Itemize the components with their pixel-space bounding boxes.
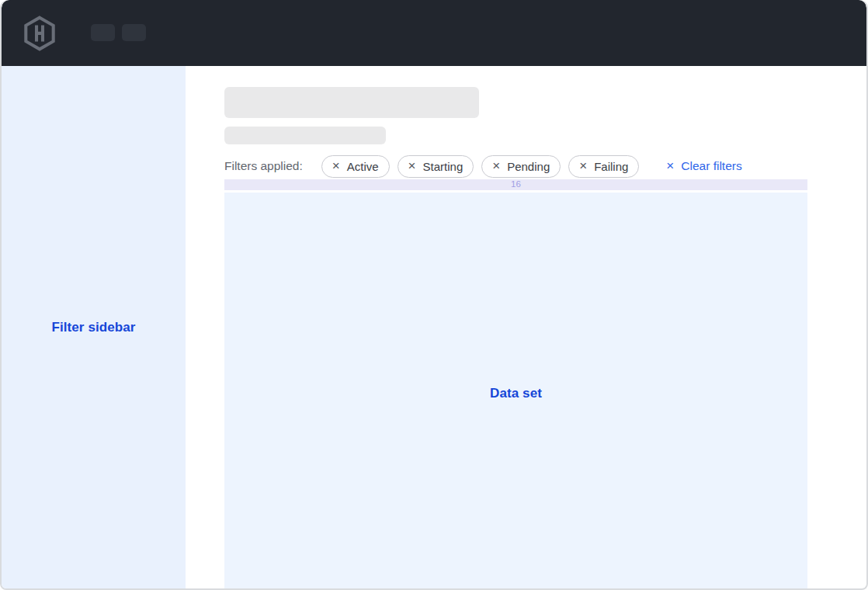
- remove-icon[interactable]: ×: [492, 159, 500, 172]
- filter-chip-label: Failing: [594, 160, 628, 173]
- filter-chip-starting[interactable]: × Starting: [398, 155, 474, 178]
- clear-filters-link[interactable]: × Clear filters: [666, 159, 741, 173]
- nav-placeholder-2: [122, 24, 146, 41]
- remove-icon[interactable]: ×: [408, 159, 416, 172]
- page-subtitle-placeholder: [224, 127, 386, 144]
- top-nav: [2, 0, 866, 66]
- hashicorp-logo-icon: [23, 16, 57, 51]
- app-window: Filter sidebar Filters applied: × Active…: [0, 0, 868, 590]
- filter-chip-failing[interactable]: × Failing: [568, 155, 639, 178]
- filter-sidebar: Filter sidebar: [2, 66, 186, 588]
- nav-placeholder-1: [91, 24, 115, 41]
- filters-applied-row: Filters applied: × Active × Starting × P…: [224, 154, 807, 178]
- result-count: 16: [511, 180, 521, 189]
- data-set-label: Data set: [490, 386, 542, 401]
- clear-filters-label: Clear filters: [681, 159, 741, 173]
- page-title-placeholder: [224, 87, 479, 118]
- filter-chip-label: Active: [347, 160, 379, 173]
- filter-chip-pending[interactable]: × Pending: [481, 155, 561, 178]
- clear-icon[interactable]: ×: [666, 159, 674, 172]
- filter-chip-label: Starting: [423, 160, 464, 173]
- filters-applied-label: Filters applied:: [224, 159, 303, 173]
- filter-chip-active[interactable]: × Active: [321, 155, 390, 178]
- data-set-region: Data set: [224, 193, 807, 588]
- remove-icon[interactable]: ×: [579, 159, 587, 172]
- result-count-strip: 16: [224, 179, 807, 190]
- main-content: Filters applied: × Active × Starting × P…: [224, 66, 807, 588]
- remove-icon[interactable]: ×: [332, 159, 340, 172]
- filter-sidebar-label: Filter sidebar: [51, 320, 135, 335]
- filter-chip-label: Pending: [507, 160, 550, 173]
